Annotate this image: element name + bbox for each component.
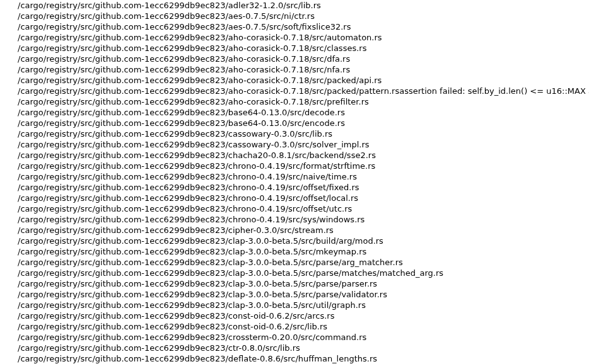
file-path-line: /cargo/registry/src/github.com-1ecc6299d…: [0, 310, 589, 321]
file-path-line: /cargo/registry/src/github.com-1ecc6299d…: [0, 64, 589, 75]
file-path-line: /cargo/registry/src/github.com-1ecc6299d…: [0, 278, 589, 289]
file-path-line: /cargo/registry/src/github.com-1ecc6299d…: [0, 107, 589, 118]
file-path-line: /cargo/registry/src/github.com-1ecc6299d…: [0, 268, 589, 278]
file-path-line: /cargo/registry/src/github.com-1ecc6299d…: [0, 43, 589, 54]
file-path-line: /cargo/registry/src/github.com-1ecc6299d…: [0, 193, 589, 203]
file-path-line: /cargo/registry/src/github.com-1ecc6299d…: [0, 332, 589, 343]
file-path-line: /cargo/registry/src/github.com-1ecc6299d…: [0, 246, 589, 257]
file-path-line: /cargo/registry/src/github.com-1ecc6299d…: [0, 54, 589, 64]
file-path-line: /cargo/registry/src/github.com-1ecc6299d…: [0, 300, 589, 310]
file-path-line: /cargo/registry/src/github.com-1ecc6299d…: [0, 171, 589, 182]
file-path-line: /cargo/registry/src/github.com-1ecc6299d…: [0, 236, 589, 246]
file-path-line: /cargo/registry/src/github.com-1ecc6299d…: [0, 343, 589, 353]
file-path-line: /cargo/registry/src/github.com-1ecc6299d…: [0, 225, 589, 236]
file-path-line: /cargo/registry/src/github.com-1ecc6299d…: [0, 21, 589, 32]
file-path-line: /cargo/registry/src/github.com-1ecc6299d…: [0, 86, 589, 96]
file-path-line: /cargo/registry/src/github.com-1ecc6299d…: [0, 257, 589, 268]
file-path-line: /cargo/registry/src/github.com-1ecc6299d…: [0, 128, 589, 139]
file-path-line: /cargo/registry/src/github.com-1ecc6299d…: [0, 203, 589, 214]
file-path-line: /cargo/registry/src/github.com-1ecc6299d…: [0, 161, 589, 171]
file-path-line: /cargo/registry/src/github.com-1ecc6299d…: [0, 75, 589, 86]
file-path-line: /cargo/registry/src/github.com-1ecc6299d…: [0, 139, 589, 150]
file-path-line: /cargo/registry/src/github.com-1ecc6299d…: [0, 150, 589, 161]
file-path-line: /cargo/registry/src/github.com-1ecc6299d…: [0, 118, 589, 128]
file-path-line: /cargo/registry/src/github.com-1ecc6299d…: [0, 289, 589, 300]
file-path-line: /cargo/registry/src/github.com-1ecc6299d…: [0, 214, 589, 225]
file-path-line: /cargo/registry/src/github.com-1ecc6299d…: [0, 353, 589, 364]
file-path-line: /cargo/registry/src/github.com-1ecc6299d…: [0, 0, 589, 11]
file-path-list: /cargo/registry/src/github.com-1ecc6299d…: [0, 0, 589, 364]
file-path-line: /cargo/registry/src/github.com-1ecc6299d…: [0, 96, 589, 107]
file-path-line: /cargo/registry/src/github.com-1ecc6299d…: [0, 32, 589, 43]
file-path-line: /cargo/registry/src/github.com-1ecc6299d…: [0, 182, 589, 193]
file-path-line: /cargo/registry/src/github.com-1ecc6299d…: [0, 11, 589, 21]
file-path-line: /cargo/registry/src/github.com-1ecc6299d…: [0, 321, 589, 332]
